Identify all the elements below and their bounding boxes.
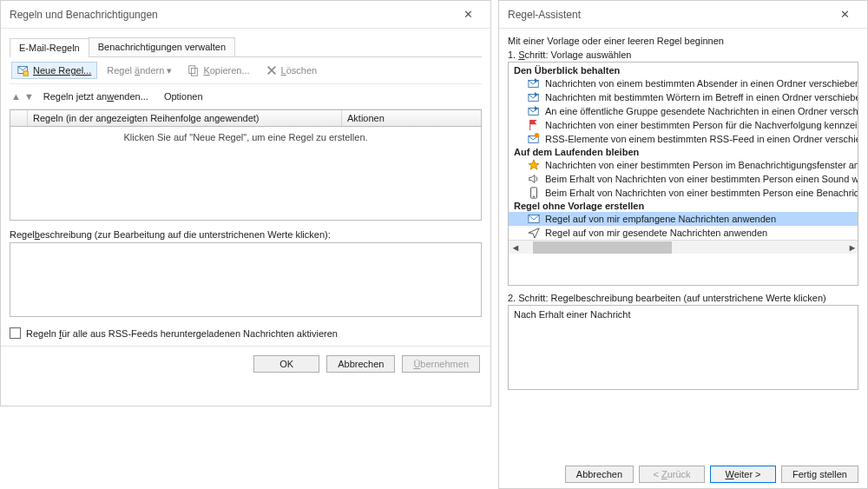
description-label: Regelbeschreibung (zur Bearbeitung auf d… bbox=[10, 229, 482, 240]
template-list[interactable]: Den Überblick behalten Nachrichten von e… bbox=[508, 62, 858, 286]
rss-checkbox[interactable] bbox=[10, 327, 21, 339]
tabs: E-Mail-Regeln Benachrichtigungen verwalt… bbox=[10, 37, 482, 57]
group-overview: Den Überblick behalten bbox=[509, 64, 858, 76]
svg-rect-3 bbox=[192, 68, 198, 76]
move-up-icon[interactable]: ▲ bbox=[11, 91, 21, 102]
title-bar: Regeln und Benachrichtigungen ✕ bbox=[1, 1, 490, 29]
move-folder-icon bbox=[528, 77, 540, 89]
rule-description-box[interactable]: Nach Erhalt einer Nachricht bbox=[508, 305, 858, 390]
template-rss-move[interactable]: RSS-Elemente von einem bestimmten RSS-Fe… bbox=[509, 132, 858, 146]
scroll-thumb[interactable] bbox=[533, 241, 672, 254]
rules-list[interactable]: Klicken Sie auf "Neue Regel", um eine Re… bbox=[10, 127, 482, 221]
empty-hint: Klicken Sie auf "Neue Regel", um eine Re… bbox=[123, 132, 367, 142]
apply-button[interactable]: Übernehmen bbox=[402, 355, 480, 373]
template-mobile-alert[interactable]: Beim Erhalt von Nachrichten von einer be… bbox=[509, 186, 858, 200]
wizard-next-button[interactable]: Weiter > bbox=[710, 466, 776, 483]
col-checkbox[interactable] bbox=[10, 110, 28, 126]
rules-dialog: Regeln und Benachrichtigungen ✕ E-Mail-R… bbox=[0, 0, 491, 406]
toolbar-row1: Neue Regel... Regel ändern ▾ Kopieren...… bbox=[10, 57, 482, 84]
tab-notifications[interactable]: Benachrichtigungen verwalten bbox=[89, 37, 235, 56]
rules-list-header: Regeln (in der angezeigten Reihenfolge a… bbox=[10, 109, 482, 127]
step1-label: 1. Schritt: Vorlage auswählen bbox=[508, 50, 858, 60]
rule-description-text: Nach Erhalt einer Nachricht bbox=[514, 309, 631, 320]
template-blank-sent[interactable]: Regel auf von mir gesendete Nachrichten … bbox=[509, 226, 858, 240]
col-rules[interactable]: Regeln (in der angezeigten Reihenfolge a… bbox=[28, 110, 342, 126]
send-icon bbox=[528, 227, 540, 239]
mobile-icon bbox=[528, 187, 540, 199]
new-rule-button[interactable]: Neue Regel... bbox=[11, 62, 97, 79]
move-down-icon[interactable]: ▼ bbox=[24, 91, 34, 102]
move-folder-icon bbox=[528, 105, 540, 117]
rss-check-label: Regeln für alle aus RSS-Feeds herunterge… bbox=[26, 328, 338, 339]
svg-point-10 bbox=[533, 196, 535, 198]
options-button[interactable]: Optionen bbox=[158, 89, 209, 104]
scroll-left-icon[interactable]: ◄ bbox=[509, 241, 523, 254]
svg-rect-1 bbox=[23, 71, 28, 76]
new-rule-label: Neue Regel... bbox=[33, 65, 91, 76]
dialog-buttons: OK Abbrechen Übernehmen bbox=[1, 346, 490, 381]
template-play-sound[interactable]: Beim Erhalt von Nachrichten von einer be… bbox=[509, 172, 858, 186]
col-actions[interactable]: Aktionen bbox=[342, 110, 481, 126]
template-blank-received[interactable]: Regel auf von mir empfangene Nachrichten… bbox=[509, 212, 858, 226]
star-icon bbox=[528, 159, 540, 171]
sound-icon bbox=[528, 173, 540, 185]
delete-icon bbox=[266, 64, 278, 76]
rss-icon bbox=[528, 133, 540, 145]
scroll-right-icon[interactable]: ► bbox=[845, 241, 858, 254]
template-move-sender[interactable]: Nachrichten von einem bestimmten Absende… bbox=[509, 76, 858, 90]
delete-button[interactable]: Löschen bbox=[260, 62, 324, 79]
flag-icon bbox=[528, 119, 540, 131]
copy-button[interactable]: Kopieren... bbox=[181, 62, 255, 79]
ok-button[interactable]: OK bbox=[253, 355, 319, 373]
tab-email-rules[interactable]: E-Mail-Regeln bbox=[10, 38, 89, 57]
close-button[interactable]: ✕ bbox=[450, 3, 485, 26]
svg-point-8 bbox=[535, 133, 539, 137]
wizard-cancel-button[interactable]: Abbrechen bbox=[565, 466, 634, 483]
template-move-group[interactable]: An eine öffentliche Gruppe gesendete Nac… bbox=[509, 104, 858, 118]
rule-wizard-dialog: Regel-Assistent ✕ Mit einer Vorlage oder… bbox=[498, 0, 868, 489]
toolbar-row2: ▲ ▼ Regeln jetzt anwenden... Optionen bbox=[10, 84, 482, 109]
wizard-intro: Mit einer Vorlage oder einer leeren Rege… bbox=[508, 36, 858, 46]
horizontal-scrollbar[interactable]: ◄ ► bbox=[509, 240, 858, 254]
wizard-buttons: Abbrechen < Zurück Weiter > Fertig stell… bbox=[565, 466, 858, 483]
copy-icon bbox=[187, 64, 200, 76]
envelope-icon bbox=[528, 213, 540, 225]
template-move-subject[interactable]: Nachrichten mit bestimmten Wörtern im Be… bbox=[509, 90, 858, 104]
template-alert-window[interactable]: Nachrichten von einer bestimmten Person … bbox=[509, 158, 858, 172]
wizard-title: Regel-Assistent bbox=[508, 9, 581, 21]
edit-rule-button[interactable]: Regel ändern ▾ bbox=[101, 63, 178, 79]
dialog-title: Regeln und Benachrichtigungen bbox=[10, 9, 158, 21]
wizard-close-button[interactable]: ✕ bbox=[827, 3, 862, 26]
wizard-title-bar: Regel-Assistent ✕ bbox=[499, 1, 867, 29]
cancel-button[interactable]: Abbrechen bbox=[326, 355, 395, 373]
apply-now-button[interactable]: Regeln jetzt anwenden... bbox=[37, 89, 155, 104]
rss-check-row[interactable]: Regeln für alle aus RSS-Feeds herunterge… bbox=[10, 327, 482, 339]
template-flag-person[interactable]: Nachrichten von einer bestimmten Person … bbox=[509, 118, 858, 132]
wizard-finish-button[interactable]: Fertig stellen bbox=[781, 466, 858, 483]
step2-label: 2. Schritt: Regelbeschreibung bearbeiten… bbox=[508, 293, 858, 303]
description-box[interactable] bbox=[10, 242, 482, 317]
group-blank: Regel ohne Vorlage erstellen bbox=[509, 200, 858, 212]
svg-rect-2 bbox=[189, 66, 195, 74]
wizard-back-button[interactable]: < Zurück bbox=[639, 466, 705, 483]
move-folder-icon bbox=[528, 91, 540, 103]
new-rule-icon bbox=[17, 64, 30, 76]
group-updated: Auf dem Laufenden bleiben bbox=[509, 146, 858, 158]
